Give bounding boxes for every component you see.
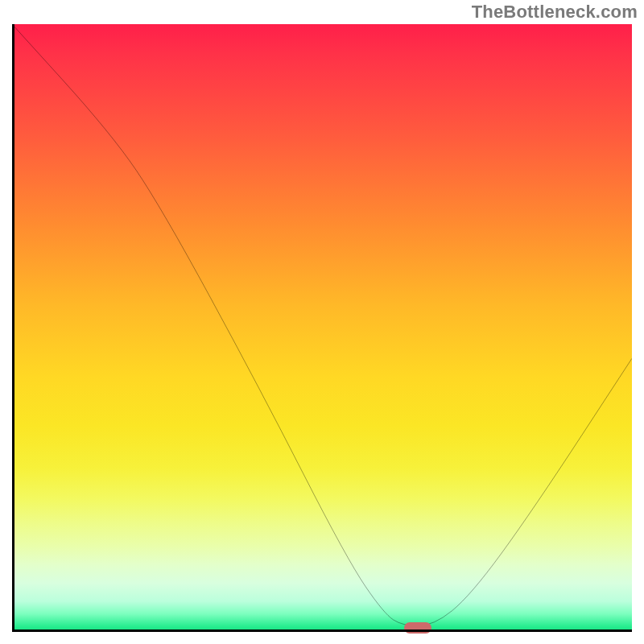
plot-area [12, 24, 632, 632]
optimal-point-marker [404, 622, 431, 634]
bottleneck-curve-path [12, 24, 632, 625]
watermark-text: TheBottleneck.com [472, 2, 638, 23]
figure-root: TheBottleneck.com [0, 0, 644, 644]
curve-svg [12, 24, 632, 632]
